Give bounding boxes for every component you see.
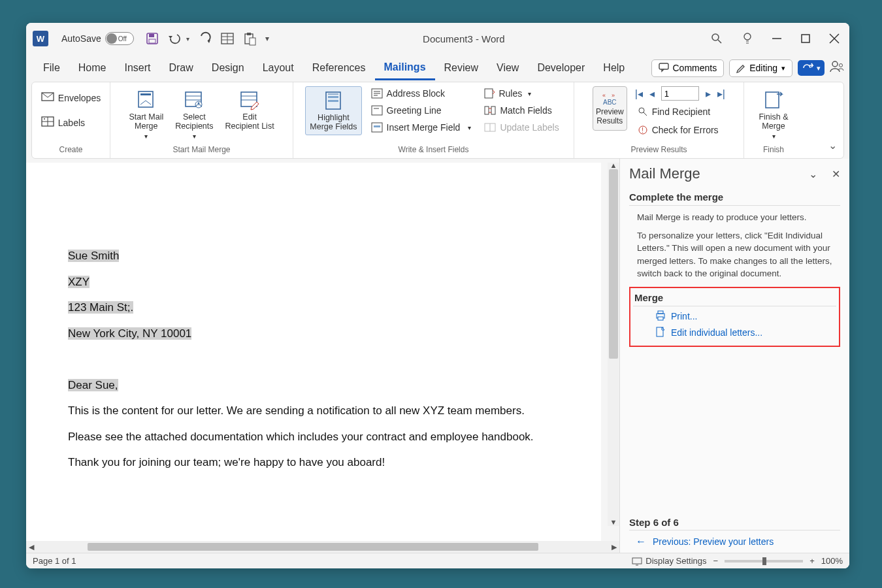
editing-label: Editing xyxy=(749,63,777,73)
scroll-down-icon[interactable]: ▼ xyxy=(609,518,618,527)
scroll-thumb[interactable] xyxy=(609,169,618,359)
undo-icon[interactable] xyxy=(168,32,182,45)
svg-rect-68 xyxy=(632,558,642,564)
svg-point-59 xyxy=(639,108,644,113)
search-icon[interactable] xyxy=(711,33,723,44)
undo-dropdown-icon[interactable]: ▾ xyxy=(186,35,189,42)
close-icon[interactable] xyxy=(830,34,839,43)
save-icon[interactable] xyxy=(146,32,159,45)
chevron-down-icon: ▾ xyxy=(528,90,531,97)
tab-developer[interactable]: Developer xyxy=(528,57,594,79)
lightbulb-icon[interactable] xyxy=(742,32,753,45)
match-fields-button[interactable]: Match Fields xyxy=(482,103,561,118)
tab-references[interactable]: References xyxy=(303,57,375,79)
comments-button[interactable]: Comments xyxy=(651,59,725,77)
check-errors-button[interactable]: ! Check for Errors xyxy=(635,123,725,137)
tab-home[interactable]: Home xyxy=(69,57,116,79)
minimize-icon[interactable] xyxy=(772,34,781,43)
edit-recipient-list-button[interactable]: Edit Recipient List xyxy=(221,86,278,134)
chevron-down-icon: ▾ xyxy=(468,124,471,131)
envelope-icon xyxy=(41,92,54,103)
document-page[interactable]: Sue Smith XZY 123 Main St;. New York Cit… xyxy=(26,163,601,553)
tab-insert[interactable]: Insert xyxy=(115,57,159,79)
svg-rect-65 xyxy=(658,311,663,314)
rules-button[interactable]: Rules▾ xyxy=(482,86,561,101)
envelopes-button[interactable]: Envelopes xyxy=(39,90,103,105)
svg-point-26 xyxy=(44,118,45,120)
editing-mode-button[interactable]: Editing ▾ xyxy=(729,59,792,77)
tab-draw[interactable]: Draw xyxy=(159,57,202,79)
tab-layout[interactable]: Layout xyxy=(253,57,303,79)
body-paragraph: Please see the attached documentation wh… xyxy=(68,429,559,446)
zoom-slider[interactable] xyxy=(725,560,803,563)
last-record-icon[interactable]: ▸| xyxy=(717,88,725,100)
pane-title: Mail Merge xyxy=(629,165,700,182)
share-button[interactable]: ▾ xyxy=(798,60,825,76)
first-record-icon[interactable]: |◂ xyxy=(635,88,643,100)
greeting-line-button[interactable]: Greeting Line xyxy=(368,103,474,118)
svg-rect-2 xyxy=(149,39,155,43)
start-mail-merge-button[interactable]: Start Mail Merge▾ xyxy=(125,86,167,142)
tab-design[interactable]: Design xyxy=(203,57,253,79)
page-indicator[interactable]: Page 1 of 1 xyxy=(33,556,76,566)
display-settings-button[interactable]: Display Settings xyxy=(632,556,706,566)
comments-label: Comments xyxy=(673,63,717,73)
svg-point-33 xyxy=(198,103,200,105)
next-record-icon[interactable]: ▸ xyxy=(706,88,711,100)
merge-edit-letters-link[interactable]: Edit individual letters... xyxy=(633,323,836,339)
scroll-left-icon[interactable]: ◀ xyxy=(26,543,37,551)
word-window: W AutoSave Off ▾ ▾ Document3 - Word xyxy=(26,23,849,568)
merge-field-street: 123 Main St;. xyxy=(68,301,133,314)
close-icon[interactable]: ✕ xyxy=(832,168,840,180)
chevron-down-icon[interactable]: ⌄ xyxy=(809,168,817,180)
find-recipient-button[interactable]: Find Recipient xyxy=(635,105,725,119)
workspace: Sue Smith XZY 123 Main St;. New York Cit… xyxy=(26,159,849,553)
merge-section-highlight: Merge Print... Edit individual letters..… xyxy=(629,287,840,347)
record-number-input[interactable] xyxy=(661,86,699,101)
svg-point-21 xyxy=(840,64,843,67)
tab-review[interactable]: Review xyxy=(435,57,487,79)
tab-mailings[interactable]: Mailings xyxy=(375,56,435,80)
toggle-switch[interactable]: Off xyxy=(105,32,134,45)
printer-icon xyxy=(655,310,666,323)
svg-rect-16 xyxy=(802,35,809,42)
merge-field-city: New York City, NY 10001 xyxy=(68,327,191,340)
tab-help[interactable]: Help xyxy=(594,57,634,79)
group-label: Start Mail Merge xyxy=(172,144,230,157)
zoom-out-icon[interactable]: − xyxy=(713,556,719,566)
svg-point-12 xyxy=(744,33,751,40)
account-icon[interactable] xyxy=(830,60,844,76)
labels-button[interactable]: Labels xyxy=(39,114,88,131)
scroll-thumb[interactable] xyxy=(88,543,538,551)
tab-file[interactable]: File xyxy=(34,57,69,79)
prev-record-icon[interactable]: ◂ xyxy=(649,88,655,100)
svg-point-20 xyxy=(832,61,838,67)
tab-view[interactable]: View xyxy=(487,57,528,79)
merge-print-link[interactable]: Print... xyxy=(633,306,836,323)
toggle-state: Off xyxy=(118,35,127,42)
comment-icon xyxy=(659,63,669,74)
horizontal-scrollbar[interactable]: ◀ ▶ xyxy=(26,541,619,553)
step-label: Step 6 of 6 xyxy=(629,517,840,531)
document-icon xyxy=(655,327,666,339)
chevron-down-icon: ▾ xyxy=(772,133,776,140)
previous-step-link[interactable]: ← Previous: Preview your letters xyxy=(629,536,840,547)
zoom-percent[interactable]: 100% xyxy=(821,556,843,566)
titlebar-controls xyxy=(711,32,843,45)
maximize-icon[interactable] xyxy=(801,34,810,43)
chevron-down-icon: ▾ xyxy=(781,64,785,73)
zoom-in-icon[interactable]: + xyxy=(809,556,815,566)
preview-results-button[interactable]: «»ABC Preview Results xyxy=(593,86,627,131)
vertical-scrollbar[interactable]: ▲ ▼ xyxy=(608,163,619,526)
highlight-merge-fields-button[interactable]: Highlight Merge Fields xyxy=(305,86,361,135)
title-bar: W AutoSave Off ▾ ▾ Document3 - Word xyxy=(26,23,849,54)
finish-merge-button[interactable]: Finish & Merge▾ xyxy=(755,86,792,142)
scroll-right-icon[interactable]: ▶ xyxy=(609,543,619,551)
select-recipients-button[interactable]: Select Recipients▾ xyxy=(171,86,217,142)
insert-merge-field-button[interactable]: Insert Merge Field ▾ xyxy=(368,120,474,135)
autosave-toggle[interactable]: AutoSave Off xyxy=(61,32,134,45)
svg-rect-19 xyxy=(659,63,668,69)
redo-icon[interactable] xyxy=(199,32,212,45)
collapse-ribbon-icon[interactable]: ⌄ xyxy=(828,139,837,152)
address-block-button[interactable]: Address Block xyxy=(368,86,474,101)
